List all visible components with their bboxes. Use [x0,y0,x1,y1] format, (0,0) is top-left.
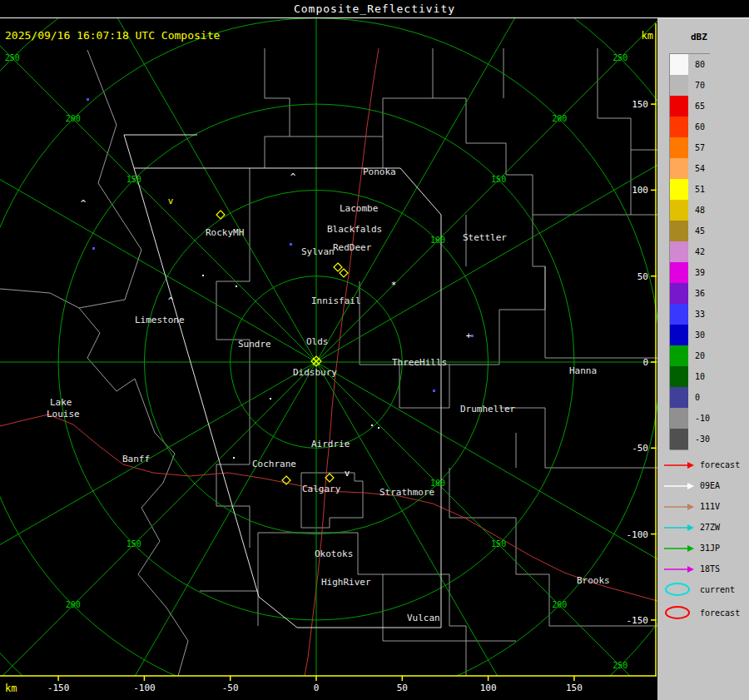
km-unit-top-label: km [642,30,653,42]
colorbar-swatch [670,325,688,346]
city-label: Brooks [577,575,610,586]
title-bar: Composite_Reflectivity [0,0,749,18]
colorbar-segment: 80 [670,54,710,75]
range-ring-label: 200 [66,600,81,609]
x-axis-tick-label: 100 [480,683,497,693]
water-dot [87,98,89,101]
colorbar-swatch [670,117,688,138]
arrow-icon [662,523,696,533]
y-axis-tick-label: 100 [632,185,648,196]
city-label: Didsbury [293,367,337,378]
city-label: Hanna [569,365,597,376]
city-label: RockyMH [206,227,244,238]
colorbar-swatch [670,387,688,409]
colorbar-value: 20 [688,345,705,366]
city-label: Olds [306,336,329,347]
colorbar-segment: 10 [670,366,710,387]
colorbar-segment: 20 [670,345,710,366]
colorbar-segment: -30 [670,429,710,449]
vee-marker: v [345,468,350,479]
colorbar-value: -10 [688,408,710,429]
city-label: Banff [122,454,150,464]
legend-item: 31JP [662,538,740,559]
city-label: RedDeer [333,242,372,253]
range-ring-label: 250 [5,53,20,62]
y-axis-tick-label: 0 [642,357,648,368]
timestamp-label: 2025/09/16 16:07:18 UTC Composite [5,29,220,42]
colorbar-swatch [670,429,688,450]
y-axis-tick-label: -100 [627,529,649,540]
colorbar-swatch [670,54,688,76]
colorbar-swatch [670,137,688,159]
colorbar-value: 80 [688,54,705,75]
city-label: Stettler [463,232,507,243]
ellipse-icon [662,581,696,598]
legend-label: 09EA [700,481,720,490]
city-label: Innisfail [311,295,361,306]
arrow-icon [662,564,696,574]
arrow-icon [662,481,696,491]
y-axis-tick-label: -50 [632,443,648,454]
colorbar-segment: 33 [670,304,710,325]
y-axis-tick-label: -150 [627,615,649,626]
colorbar-value: 60 [688,117,705,137]
colorbar-segment: 51 [670,179,710,200]
colorbar-value: 30 [688,325,705,345]
x-axis-tick-label: -100 [133,683,156,693]
city-label: Blackfalds [327,224,382,235]
colorbar-swatch [670,179,688,201]
town-dot-marker [270,398,271,400]
city-label: Airdrie [311,439,350,449]
colorbar-value: 10 [688,366,705,387]
plus-marker: + [466,330,472,341]
colorbar-value: 45 [688,221,705,241]
ellipse-icon [662,604,696,621]
legend-label: current [700,585,735,594]
range-ring-label: 250 [613,53,627,62]
y-axis-tick-label: 150 [632,99,648,110]
town-dot-marker [236,285,237,287]
range-ring-label: 200 [552,114,567,123]
colorbar-segment: 54 [670,158,710,179]
town-dot-marker [371,424,373,426]
legend-item: current [662,578,740,601]
legend-item: 27ZW [662,517,740,538]
caret-marker: ^ [290,171,296,182]
colorbar-swatch [670,96,688,117]
city-label: Sylvan [301,246,335,257]
colorbar-segment: 0 [670,387,710,408]
water-dot [433,390,435,392]
range-ring-label: 200 [552,600,567,609]
colorbar-value: 36 [688,283,705,304]
colorbar-segment: 36 [670,283,710,304]
window-title: Composite_Reflectivity [294,2,455,15]
city-label: Limestone [135,315,185,325]
town-dot-marker [202,275,204,276]
colorbar-swatch [670,241,688,263]
legend-label: 31JP [700,544,720,553]
range-ring-label: 100 [430,236,445,245]
arrow-icon [662,460,696,470]
water-dot [290,243,292,246]
colorbar-segment: 65 [670,96,710,117]
colorbar-value: 48 [688,200,705,221]
colorbar-value: 42 [688,241,705,262]
legend-item: forecast [662,454,740,475]
legend-label: 27ZW [700,523,720,532]
colorbar-segment: 30 [670,325,710,345]
range-ring-label: 150 [126,539,141,549]
colorbar-swatch [670,200,688,221]
city-label: Okotoks [315,549,353,559]
city-label: Calgary [302,484,341,494]
colorbar-value: 70 [688,75,705,96]
colorbar-segment: 57 [670,137,710,158]
water-dot [471,335,474,337]
vector-legend: forecast09EA111V27ZW31JP18TS [662,454,740,579]
colorbar-value: 57 [688,137,705,158]
range-ring-label: 250 [613,661,627,670]
legend-label: 111V [700,502,720,511]
x-axis-tick-label: -50 [222,683,239,693]
range-ring-label: 200 [66,114,81,123]
sidebar: dBZ 807065605754514845423936333020100-10… [657,18,749,700]
legend-item: 18TS [662,559,740,579]
